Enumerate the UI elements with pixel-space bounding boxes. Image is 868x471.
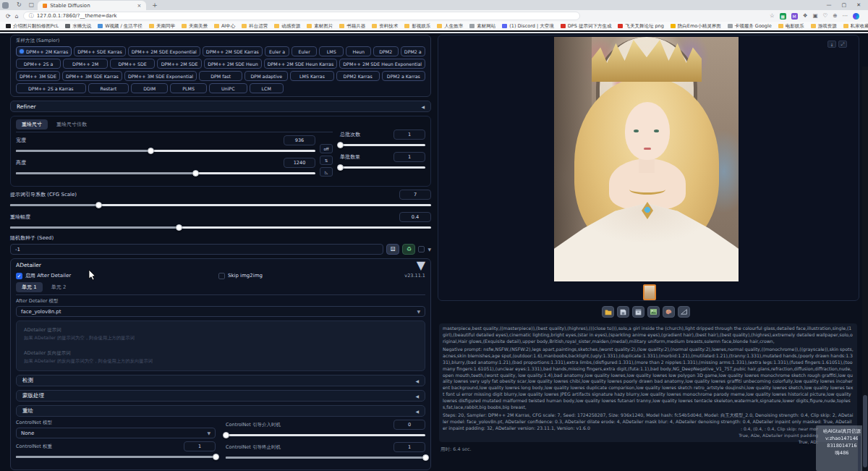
essentials-icon[interactable]: ⊕: [833, 13, 837, 19]
bookmark-item[interactable]: AI中心: [214, 23, 235, 30]
controlnet-end-value[interactable]: 1: [393, 442, 425, 452]
bookmark-item[interactable]: 素材图片: [307, 23, 333, 30]
adetailer-negative-textarea[interactable]: ADetailer 反向提示词 如果 ADetailer 的反向提示词为空，则会…: [21, 348, 420, 367]
sampler-option[interactable]: DPM++ 2S a Karras: [16, 83, 86, 93]
width-slider[interactable]: [16, 150, 315, 152]
adetailer-prompt-textarea[interactable]: ADetailer 提示词 如果 ADetailer 的提示词为空，则会使用上方…: [21, 325, 420, 344]
tab-resize-by[interactable]: 重绘尺寸倍数: [51, 119, 93, 130]
generation-info[interactable]: masterpiece,best quality,((masterpiece))…: [439, 323, 857, 442]
tab-actions-icon[interactable]: ↻: [17, 2, 22, 8]
batch-count-slider[interactable]: [340, 144, 425, 146]
bookmark-item[interactable]: 科台运营: [242, 23, 268, 30]
sampler-option[interactable]: LMS: [319, 46, 344, 56]
cfg-value[interactable]: 7: [399, 190, 431, 200]
controlnet-end-slider[interactable]: [226, 457, 425, 459]
send-to-extras-icon[interactable]: [678, 306, 690, 318]
sampler-option[interactable]: DPM++ 2M SDE Heun Exponential: [339, 59, 425, 69]
sampler-option[interactable]: DPM++ 2M SDE Exponential: [128, 46, 200, 56]
favorite-star-icon[interactable]: ☆: [770, 13, 775, 19]
sampler-option[interactable]: DPM++ 3M SDE Karras: [62, 71, 122, 81]
sampler-option[interactable]: DDIM: [131, 83, 168, 93]
sampler-option[interactable]: DPM2 a Karras: [382, 71, 425, 81]
random-seed-dice-icon[interactable]: ⚄: [386, 244, 399, 255]
adetailer-accordion[interactable]: ADetailer ▼: [16, 259, 425, 271]
seed-input[interactable]: -1: [10, 244, 383, 255]
sampler-option[interactable]: DPM++ 2S a: [16, 59, 61, 69]
triangle-ruler-icon[interactable]: ◺: [320, 167, 333, 177]
sampler-option[interactable]: DPM++ 2M Karras: [16, 46, 72, 56]
batch-size-slider[interactable]: [340, 166, 425, 169]
sampler-option[interactable]: DPM++ 2M SDE: [157, 59, 202, 69]
sampler-option[interactable]: DPM++ 2M: [63, 59, 108, 69]
download-icon[interactable]: ↓: [827, 41, 836, 48]
bookmark-item[interactable]: 天南同学: [149, 23, 175, 30]
controlnet-start-slider[interactable]: [226, 434, 425, 436]
detection-accordion[interactable]: 检测 ◀: [16, 375, 425, 386]
site-info-icon[interactable]: ⓘ: [29, 12, 34, 20]
height-slider[interactable]: [16, 172, 315, 174]
bookmark-item[interactable]: 水獭先说: [65, 23, 91, 30]
gallery-thumbnail[interactable]: [643, 284, 656, 300]
maximize-button[interactable]: ▢: [842, 2, 847, 8]
scrollbar-thumb[interactable]: [863, 395, 867, 467]
sampler-option[interactable]: Heun: [346, 46, 371, 56]
inpaint-accordion[interactable]: 重绘 ◀: [16, 405, 425, 417]
reuse-seed-recycle-icon[interactable]: ♻: [402, 244, 415, 255]
sampler-option[interactable]: DPM2: [373, 46, 399, 56]
history-icon[interactable]: ❖: [803, 13, 808, 19]
sampler-option[interactable]: UniPC: [209, 83, 247, 93]
sampler-option[interactable]: DPM++ 2M SDE Heun: [204, 59, 262, 69]
batch-size-value[interactable]: 1: [393, 152, 425, 162]
open-folder-icon[interactable]: [602, 306, 614, 318]
bookmark-item[interactable]: 影视娱乐: [404, 23, 430, 30]
adetailer-model-dropdown[interactable]: face_yolov8n.pt ▼: [16, 306, 425, 317]
controlnet-model-dropdown[interactable]: None ▼: [16, 428, 216, 438]
bookmark-item[interactable]: 天南美景: [182, 23, 208, 30]
home-icon[interactable]: ⌂: [15, 13, 19, 20]
save-zip-icon[interactable]: [632, 306, 644, 318]
send-to-img2img-icon[interactable]: [647, 306, 660, 318]
enable-adetailer-checkbox[interactable]: ✓: [16, 273, 22, 279]
controlnet-weight-value[interactable]: 1: [184, 441, 216, 451]
sampler-option[interactable]: DPM++ SDE: [110, 59, 155, 69]
bookmark-item[interactable]: 动感资源: [274, 23, 300, 30]
bookmark-item[interactable]: DPS 提示词下方生成: [561, 23, 612, 30]
sampler-option[interactable]: LCM: [250, 83, 284, 93]
refiner-accordion[interactable]: Refiner ◀: [10, 101, 431, 112]
copilot-icon[interactable]: [853, 13, 859, 20]
bookmark-item[interactable]: 防白Emo小精灵界面: [671, 23, 721, 30]
bookmark-item[interactable]: (1) Discord | 大空境: [502, 23, 554, 30]
bookmark-item[interactable]: 私家收藏: [843, 23, 868, 30]
send-to-inpaint-icon[interactable]: [663, 306, 675, 318]
tab-close-icon[interactable]: ×: [137, 3, 141, 9]
sampler-option[interactable]: DPM2 Karras: [336, 71, 380, 81]
reload-icon[interactable]: ⟳: [6, 13, 11, 20]
bookmark-item[interactable]: 素材网站: [469, 23, 495, 30]
bookmark-item[interactable]: 资料技术: [372, 23, 398, 30]
skip-img2img-checkbox[interactable]: [218, 273, 225, 279]
sampler-option[interactable]: DPM adaptive: [244, 71, 288, 81]
minimize-button[interactable]: —: [827, 2, 832, 8]
denoise-value[interactable]: 0.4: [399, 212, 431, 222]
profile-avatar-icon[interactable]: [2, 2, 9, 9]
aspect-off-button[interactable]: off: [320, 144, 333, 153]
browser-tab[interactable]: Stable Diffusion ×: [38, 1, 146, 10]
swap-dimensions-icon[interactable]: ⇅: [320, 156, 333, 165]
tab-resize-to[interactable]: 重绘尺寸: [16, 119, 48, 130]
save-icon[interactable]: [617, 306, 629, 318]
denoise-slider[interactable]: [10, 226, 431, 229]
sampler-option[interactable]: DPM++ 3M SDE: [16, 71, 60, 81]
cfg-slider[interactable]: [10, 204, 431, 206]
vertical-tabs-icon[interactable]: ▢: [29, 2, 35, 8]
sampler-option[interactable]: DPM++ 2M SDE Heun Karras: [264, 59, 338, 69]
close-button[interactable]: ✕: [856, 2, 861, 8]
sampler-option[interactable]: Euler: [292, 46, 317, 56]
new-tab-button[interactable]: +: [152, 1, 158, 9]
fullscreen-icon[interactable]: ⤢: [838, 41, 847, 48]
bookmark-item[interactable]: 介绍图片翻拍修图PcL: [6, 23, 59, 30]
sampler-option[interactable]: DPM++ 3M SDE Exponential: [124, 71, 197, 81]
extension-grid-icon[interactable]: ▦: [780, 13, 786, 20]
bookmark-item[interactable]: W视频 / 生活半径: [98, 23, 142, 30]
height-value[interactable]: 1240: [284, 158, 315, 168]
tab-unit-1[interactable]: 单元 1: [16, 282, 43, 292]
